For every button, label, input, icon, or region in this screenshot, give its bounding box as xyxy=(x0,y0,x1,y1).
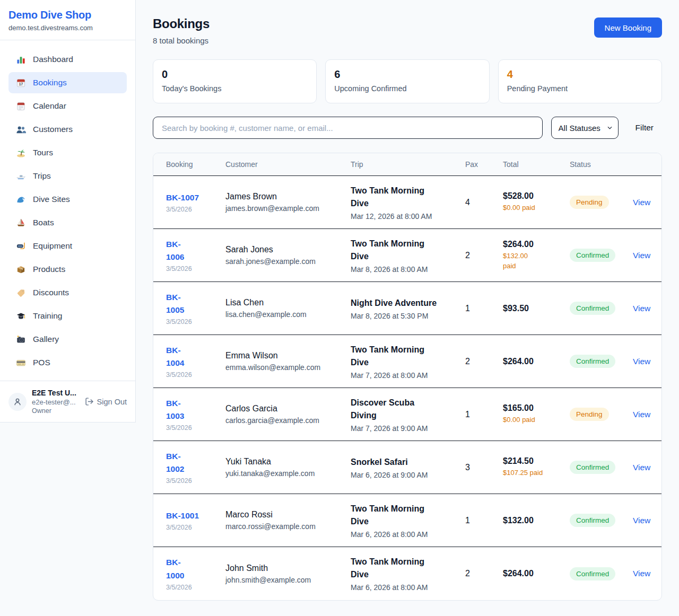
total-amount: $264.00 xyxy=(503,569,570,578)
status-filter-wrap: All Statuses xyxy=(551,117,619,139)
pax-count: 1 xyxy=(465,516,503,525)
sidebar-item-customers[interactable]: Customers xyxy=(8,119,127,140)
booking-id-link[interactable]: BK- 1002 xyxy=(166,450,184,476)
stat-card: 4 Pending Payment xyxy=(498,59,662,103)
sidebar-item-boats[interactable]: Boats xyxy=(8,212,127,233)
sidebar-item-gallery[interactable]: Gallery xyxy=(8,329,127,350)
pax-count: 1 xyxy=(465,410,503,419)
booking-date: 3/5/2026 xyxy=(166,318,225,325)
trip-name: Two Tank Morning Dive xyxy=(351,556,465,581)
trip-datetime: Mar 6, 2026 at 9:00 AM xyxy=(351,471,465,479)
customer-email: james.brown@example.com xyxy=(225,204,351,213)
status-badge: Confirmed xyxy=(570,302,615,315)
page-title: Bookings xyxy=(153,16,210,31)
status-filter-select[interactable]: All Statuses xyxy=(551,117,619,139)
customer-name: Yuki Tanaka xyxy=(225,457,351,467)
booking-date: 3/5/2026 xyxy=(166,265,225,272)
sidebar-item-discounts[interactable]: Discounts xyxy=(8,282,127,303)
page-subtitle: 8 total bookings xyxy=(153,36,210,45)
booking-date: 3/5/2026 xyxy=(166,584,225,591)
sailboat-icon xyxy=(15,217,26,228)
customer-email: emma.wilson@example.com xyxy=(225,363,351,372)
view-link[interactable]: View xyxy=(633,410,650,419)
sidebar-item-label: Trips xyxy=(33,171,51,181)
sidebar-item-label: Tours xyxy=(33,148,53,157)
booking-id-link[interactable]: BK-1007 xyxy=(166,191,199,204)
view-link[interactable]: View xyxy=(633,304,650,313)
user-section: E2E Test U... e2e-tester@... Owner Sign … xyxy=(0,381,135,422)
status-badge: Pending xyxy=(570,408,609,421)
sidebar-item-calendar[interactable]: Calendar xyxy=(8,95,127,117)
sidebar-item-trips[interactable]: Trips xyxy=(8,165,127,187)
booking-id-link[interactable]: BK- 1000 xyxy=(166,556,184,582)
column-header-status: Status xyxy=(570,160,633,169)
customer-name: Marco Rossi xyxy=(225,510,351,520)
stat-card: 6 Upcoming Confirmed xyxy=(325,59,489,103)
table-header-row: BookingCustomerTripPaxTotalStatus xyxy=(153,153,661,176)
sign-out-button[interactable]: Sign Out xyxy=(85,397,127,406)
view-link[interactable]: View xyxy=(633,198,650,207)
table-row: BK-10013/5/2026 Marco Rossimarco.rossi@e… xyxy=(153,494,661,547)
table-body: BK-10073/5/2026 James Brownjames.brown@e… xyxy=(153,176,661,600)
search-input[interactable] xyxy=(153,117,543,139)
brand: Demo Dive Shop demo.test.divestreams.com xyxy=(0,0,135,40)
bookings-table: BookingCustomerTripPaxTotalStatus BK-100… xyxy=(153,153,662,601)
sidebar-item-label: Dive Sites xyxy=(33,195,70,204)
trip-name: Night Dive Adventure xyxy=(351,297,465,310)
pax-count: 2 xyxy=(465,569,503,578)
booking-id-link[interactable]: BK- 1003 xyxy=(166,397,184,423)
view-link[interactable]: View xyxy=(633,516,650,525)
bar-chart-icon xyxy=(15,54,26,65)
trip-name: Snorkel Safari xyxy=(351,456,465,469)
stats-cards: 0 Today's Bookings 6 Upcoming Confirmed … xyxy=(153,59,662,103)
sidebar-item-training[interactable]: Training xyxy=(8,305,127,327)
sidebar-item-label: Dashboard xyxy=(33,55,73,64)
table-row: BK- 10053/5/2026 Lisa Chenlisa.chen@exam… xyxy=(153,282,661,335)
view-link[interactable]: View xyxy=(633,357,650,366)
sidebar-item-products[interactable]: Products xyxy=(8,259,127,280)
calendar-icon: 17 xyxy=(15,77,26,88)
customer-email: john.smith@example.com xyxy=(225,576,351,584)
view-link[interactable]: View xyxy=(633,569,650,578)
status-badge: Pending xyxy=(570,196,609,209)
sidebar-item-dive-sites[interactable]: Dive Sites xyxy=(8,189,127,210)
column-header-pax: Pax xyxy=(465,160,503,169)
booking-id-link[interactable]: BK- 1005 xyxy=(166,291,184,316)
total-amount: $214.50 xyxy=(503,456,570,466)
trip-name: Two Tank Morning Dive xyxy=(351,237,465,263)
sidebar-item-equipment[interactable]: Equipment xyxy=(8,235,127,257)
customer-email: sarah.jones@example.com xyxy=(225,257,351,266)
pax-count: 2 xyxy=(465,357,503,366)
sidebar-item-bookings[interactable]: 17 Bookings xyxy=(8,72,127,93)
sidebar-item-label: Boats xyxy=(33,218,54,227)
sidebar-nav: Dashboard 17 Bookings Calendar Customers… xyxy=(0,40,135,381)
total-amount: $264.00 xyxy=(503,240,570,249)
booking-id-link[interactable]: BK-1001 xyxy=(166,509,199,522)
pax-count: 1 xyxy=(465,304,503,313)
trip-name: Two Tank Morning Dive xyxy=(351,184,465,210)
trip-name: Two Tank Morning Dive xyxy=(351,503,465,528)
status-badge: Confirmed xyxy=(570,514,615,527)
column-header-customer: Customer xyxy=(225,160,351,169)
table-row: BK- 10063/5/2026 Sarah Jonessarah.jones@… xyxy=(153,229,661,282)
total-amount: $165.00 xyxy=(503,403,570,413)
booking-id-link[interactable]: BK- 1004 xyxy=(166,344,184,369)
sidebar-item-dashboard[interactable]: Dashboard xyxy=(8,49,127,70)
sidebar-item-tours[interactable]: Tours xyxy=(8,142,127,163)
status-badge: Confirmed xyxy=(570,461,615,474)
table-row: BK- 10003/5/2026 John Smithjohn.smith@ex… xyxy=(153,547,661,600)
booking-id-link[interactable]: BK- 1006 xyxy=(166,238,184,263)
paid-amount: $132.00 paid xyxy=(503,251,570,271)
column-header-booking: Booking xyxy=(166,160,225,169)
sidebar-item-pos[interactable]: POS xyxy=(8,352,127,373)
stat-value: 0 xyxy=(162,68,308,81)
new-booking-button[interactable]: New Booking xyxy=(594,17,662,38)
user-role: Owner xyxy=(32,407,80,415)
svg-text:17: 17 xyxy=(19,82,23,86)
pax-count: 4 xyxy=(465,198,503,207)
view-link[interactable]: View xyxy=(633,251,650,260)
view-link[interactable]: View xyxy=(633,463,650,472)
trip-name: Two Tank Morning Dive xyxy=(351,344,465,369)
filter-button[interactable]: Filter xyxy=(627,117,662,139)
pax-count: 2 xyxy=(465,251,503,260)
